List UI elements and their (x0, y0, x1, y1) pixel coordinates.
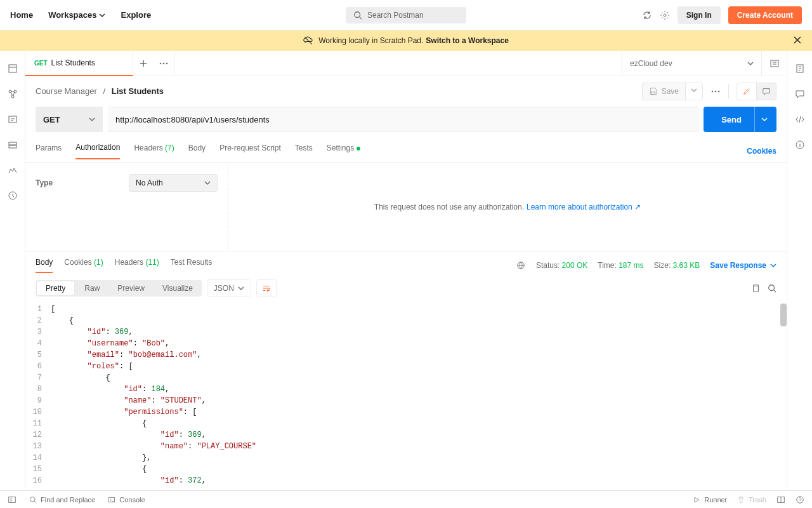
code-line: 10 "permissions": [ (25, 406, 787, 418)
console-button[interactable]: Console (108, 496, 145, 504)
send-button[interactable]: Send (704, 107, 776, 132)
url-input[interactable]: http://localhost:8080/api/v1/users/stude… (108, 107, 698, 132)
auth-type-selector[interactable]: No Auth (129, 174, 218, 192)
wrap-lines-button[interactable] (256, 279, 277, 297)
help-button[interactable] (796, 495, 804, 504)
method-selector[interactable]: GET (36, 107, 103, 132)
find-replace-button[interactable]: Find and Replace (29, 496, 95, 504)
resp-tab-tests[interactable]: Test Results (171, 258, 212, 273)
search-input[interactable]: Search Postman (346, 7, 466, 23)
environment-quicklook-button[interactable] (761, 51, 787, 76)
view-pretty[interactable]: Pretty (37, 281, 74, 295)
resp-tab-headers[interactable]: Headers (11) (115, 258, 159, 273)
nav-workspaces[interactable]: Workspaces (48, 10, 105, 20)
sidebar-toggle-button[interactable] (8, 495, 16, 504)
save-response-button[interactable]: Save Response (710, 261, 776, 270)
search-icon (353, 11, 362, 20)
resp-tab-cookies[interactable]: Cookies (1) (64, 258, 103, 273)
cookies-link[interactable]: Cookies (747, 147, 776, 156)
auth-learn-more-link[interactable]: Learn more about authorization ↗ (527, 203, 641, 211)
code-icon[interactable] (795, 114, 805, 124)
code-line: 13 "name": "PLAY_COURSE" (25, 441, 787, 452)
nav-explore[interactable]: Explore (121, 10, 151, 20)
save-dropdown[interactable] (685, 83, 703, 100)
scrollbar-thumb[interactable] (780, 304, 787, 326)
chevron-down-icon (747, 60, 754, 67)
documentation-icon[interactable] (795, 64, 805, 74)
copy-response-button[interactable] (751, 284, 760, 293)
code-line: 15 { (25, 464, 787, 475)
svg-rect-25 (109, 497, 115, 502)
chevron-down-icon (770, 262, 776, 269)
subtab-body[interactable]: Body (188, 144, 206, 159)
svg-point-16 (715, 90, 717, 92)
response-size: Size: 3.63 KB (654, 261, 700, 270)
code-line: 6 "roles": [ (25, 361, 787, 372)
trash-button[interactable]: Trash (737, 496, 766, 504)
resp-tab-body[interactable]: Body (36, 258, 53, 273)
code-line: 3 "id": 369, (25, 326, 787, 338)
runner-button[interactable]: Runner (693, 496, 727, 504)
request-tab[interactable]: GET List Students (25, 51, 133, 76)
svg-point-11 (163, 62, 165, 64)
nav-home[interactable]: Home (10, 10, 33, 20)
svg-rect-7 (9, 142, 16, 145)
save-button[interactable]: Save (642, 83, 685, 100)
subtab-params[interactable]: Params (36, 144, 62, 159)
monitors-icon[interactable] (8, 165, 18, 175)
create-account-button[interactable]: Create Account (728, 6, 802, 24)
svg-point-0 (355, 11, 360, 17)
signin-button[interactable]: Sign In (678, 6, 721, 24)
mock-servers-icon[interactable] (8, 140, 18, 150)
response-body[interactable]: 1[2 {3 "id": 369,4 "username": "Bob",5 "… (25, 304, 787, 490)
two-pane-button[interactable] (776, 495, 785, 504)
svg-rect-23 (9, 497, 16, 502)
chevron-down-icon (204, 180, 211, 186)
subtab-tests[interactable]: Tests (295, 144, 313, 159)
code-line: 4 "username": "Bob", (25, 338, 787, 349)
code-line: 1[ (25, 304, 787, 315)
subtab-prerequest[interactable]: Pre-request Script (219, 144, 281, 159)
subtab-settings[interactable]: Settings (327, 144, 360, 159)
apis-icon[interactable] (8, 89, 18, 99)
environments-icon[interactable] (8, 114, 18, 124)
environment-selector[interactable]: ezCloud dev (622, 51, 761, 76)
svg-point-15 (712, 90, 714, 92)
search-response-button[interactable] (768, 284, 776, 293)
view-visualize[interactable]: Visualize (154, 280, 202, 297)
globe-icon[interactable] (516, 260, 526, 271)
svg-point-5 (11, 95, 14, 98)
response-time: Time: 187 ms (598, 261, 643, 270)
request-options-button[interactable] (710, 86, 721, 97)
collections-icon[interactable] (8, 64, 18, 74)
comment-button[interactable] (757, 83, 776, 100)
breadcrumb: Course Manager / List Students (36, 86, 164, 96)
tab-options-button[interactable] (154, 51, 174, 76)
chevron-down-icon (761, 116, 768, 123)
format-selector[interactable]: JSON (207, 279, 251, 297)
new-tab-button[interactable] (133, 51, 154, 76)
view-preview[interactable]: Preview (108, 280, 154, 297)
svg-rect-13 (771, 60, 778, 67)
switch-workspace-link[interactable]: Switch to a Workspace (426, 36, 508, 45)
save-icon (649, 87, 658, 96)
subtab-headers[interactable]: Headers (7) (134, 144, 174, 159)
sync-icon[interactable] (642, 10, 652, 20)
svg-point-10 (160, 62, 162, 64)
comments-icon[interactable] (795, 89, 805, 99)
subtab-authorization[interactable]: Authorization (75, 143, 120, 159)
scratch-pad-banner: Working locally in Scratch Pad. Switch t… (0, 30, 812, 51)
cloud-off-icon (303, 36, 313, 46)
code-line: 5 "email": "bob@email.com", (25, 349, 787, 361)
code-line: 7 { (25, 372, 787, 384)
svg-rect-14 (652, 91, 655, 94)
chevron-down-icon (89, 116, 95, 123)
settings-icon[interactable] (660, 10, 670, 20)
edit-button[interactable] (737, 83, 757, 100)
code-line: 2 { (25, 315, 787, 326)
history-icon[interactable] (8, 190, 18, 201)
close-banner-button[interactable] (793, 36, 802, 44)
view-raw[interactable]: Raw (75, 280, 108, 297)
info-icon[interactable] (795, 140, 805, 150)
code-line: 16 "id": 372, (25, 475, 787, 486)
